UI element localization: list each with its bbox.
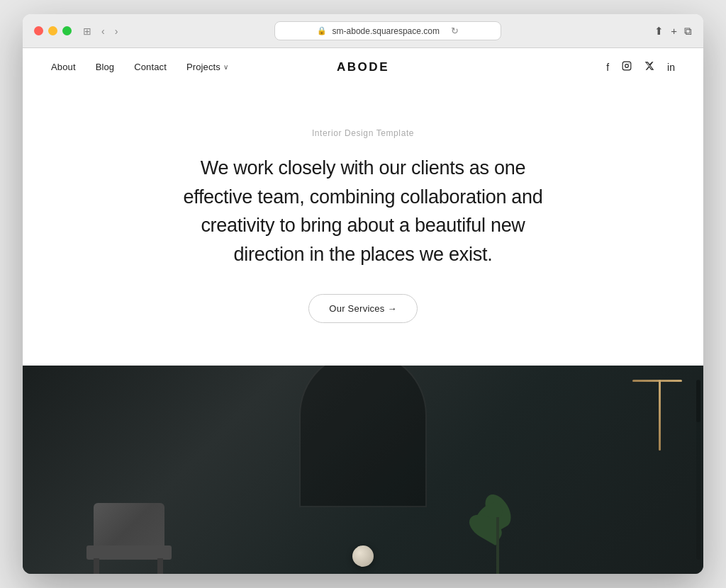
hero-section: Interior Design Template We work closely… [23,86,703,366]
chair-leg-left [94,558,99,574]
nav-about[interactable]: About [51,62,76,72]
tabs-overview-button[interactable]: ⧉ [684,25,692,38]
new-tab-button[interactable]: + [671,25,677,38]
browser-nav-controls: ⊞ ‹ › [80,24,121,38]
twitter-icon[interactable] [644,61,654,73]
facebook-icon[interactable]: f [606,62,609,73]
nav-projects[interactable]: Projects ∨ [186,62,228,72]
cta-button[interactable]: Our Services → [308,294,417,323]
plant-stem [496,517,499,574]
scrollbar[interactable] [696,380,700,560]
site-navigation: About Blog Contact Projects ∨ ABODE f [23,48,703,86]
browser-chrome: ⊞ ‹ › 🔒 sm-abode.squarespace.com ↻ ⬆ + ⧉ [23,14,703,48]
chair-decor [79,482,193,574]
nav-right-social: f in [363,61,675,73]
address-bar-container: 🔒 sm-abode.squarespace.com ↻ [129,21,646,40]
browser-action-buttons: ⬆ + ⧉ [654,25,692,38]
nav-left: About Blog Contact Projects ∨ [51,62,363,72]
chair-leg-right [157,558,163,574]
minimize-button[interactable] [48,26,57,35]
plant-decor [476,489,519,574]
svg-rect-0 [622,62,631,70]
nav-blog[interactable]: Blog [96,62,115,72]
arch-decor [299,366,427,507]
svg-point-1 [625,64,629,68]
arch-shape [299,366,427,507]
lamp-vertical [659,380,661,451]
nav-contact[interactable]: Contact [134,62,167,72]
traffic-lights [34,26,72,35]
chevron-down-icon: ∨ [223,63,228,71]
browser-window: ⊞ ‹ › 🔒 sm-abode.squarespace.com ↻ ⬆ + ⧉… [23,14,703,574]
share-button[interactable]: ⬆ [654,25,664,38]
reload-button[interactable]: ↻ [451,26,459,36]
linkedin-icon[interactable]: in [667,62,675,73]
nav-center-logo: ABODE [337,60,389,74]
chair-seat [86,545,172,560]
lock-icon: 🔒 [317,26,327,35]
url-text: sm-abode.squarespace.com [333,26,440,36]
forward-button[interactable]: › [112,24,121,38]
template-label: Interior Design Template [312,128,414,138]
orb-decor [352,545,374,567]
site-logo[interactable]: ABODE [337,60,389,74]
instagram-icon[interactable] [622,61,632,73]
website-content: About Blog Contact Projects ∨ ABODE f [23,48,703,574]
lamp-horizontal [632,380,682,382]
sidebar-toggle[interactable]: ⊞ [80,24,94,38]
svg-point-2 [629,63,630,64]
hero-heading: We work closely with our clients as one … [179,154,547,268]
back-button[interactable]: ‹ [99,24,108,38]
close-button[interactable] [34,26,43,35]
address-bar[interactable]: 🔒 sm-abode.squarespace.com ↻ [274,21,501,40]
scrollbar-thumb[interactable] [696,380,700,422]
fullscreen-button[interactable] [62,26,72,35]
dark-image-section [23,366,703,574]
